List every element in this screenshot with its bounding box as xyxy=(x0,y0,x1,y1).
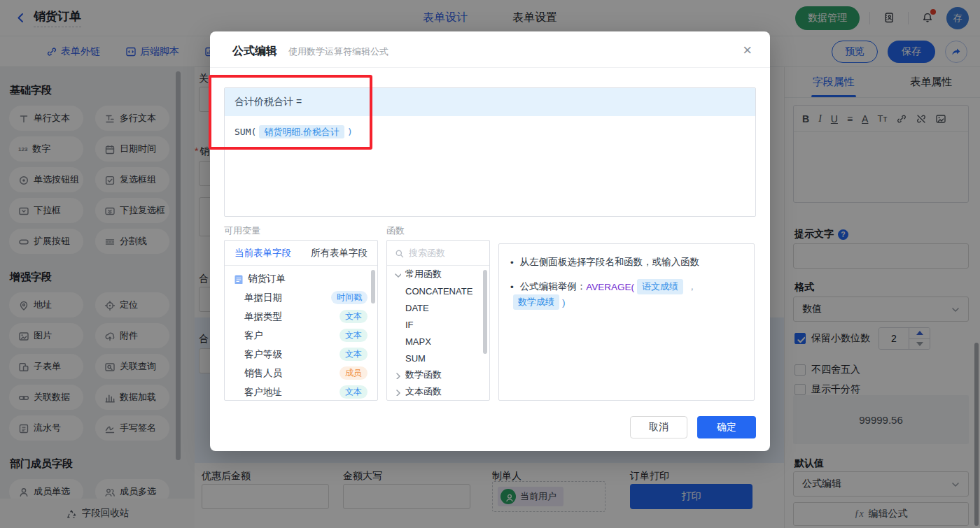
variable-row[interactable]: 客户文本 xyxy=(225,326,377,345)
chevron-right-icon xyxy=(393,371,401,379)
variable-name: 客户等级 xyxy=(244,348,282,361)
tab-all-form-fields[interactable]: 所有表单字段 xyxy=(301,241,377,265)
function-date[interactable]: DATE xyxy=(387,299,489,316)
functions-panel: 常用函数 CONCATENATE DATE IF MAPX SUM 数学函数 文… xyxy=(386,240,490,401)
variable-name: 单据日期 xyxy=(244,292,282,304)
tip-line-2: 公式编辑举例：AVERAGE(语文成绩，数学成绩) xyxy=(510,279,743,310)
example-close-paren: ) xyxy=(562,297,566,308)
tips-panel: 从左侧面板选择字段名和函数，或输入函数 公式编辑举例：AVERAGE(语文成绩，… xyxy=(498,243,755,401)
tree-root-label: 销货订单 xyxy=(248,273,286,285)
modal-title: 公式编辑 xyxy=(232,44,277,59)
formula-target: 合计价税合计 = xyxy=(225,88,755,116)
variable-row[interactable]: 客户地址文本 xyxy=(225,383,377,401)
close-icon[interactable] xyxy=(743,43,752,58)
chevron-down-icon xyxy=(393,270,401,278)
tip-line-1: 从左侧面板选择字段名和函数，或输入函数 xyxy=(510,256,743,269)
function-sum[interactable]: SUM xyxy=(387,350,489,366)
variables-label: 可用变量 xyxy=(224,224,260,237)
variables-tabs: 当前表单字段 所有表单字段 xyxy=(225,241,377,266)
function-search xyxy=(387,241,489,266)
functions-label: 函数 xyxy=(386,224,405,237)
function-search-input[interactable] xyxy=(409,248,476,258)
variables-panel: 当前表单字段 所有表单字段 销货订单 单据日期时间戳 单据类型文本 客户文本 客… xyxy=(224,240,378,401)
variable-name: 客户地址 xyxy=(244,386,282,399)
variable-row[interactable]: 单据类型文本 xyxy=(225,307,377,326)
cancel-button[interactable]: 取消 xyxy=(630,416,687,438)
variable-name: 销售人员 xyxy=(244,367,282,380)
formula-edit-modal: 公式编辑 使用数学运算符编辑公式 合计价税合计 = SUM(销货明细.价税合计)… xyxy=(210,31,770,451)
variable-name: 单据类型 xyxy=(244,311,282,323)
type-badge: 文本 xyxy=(340,385,368,398)
group-math-functions[interactable]: 数学函数 xyxy=(387,366,489,383)
modal-header: 公式编辑 使用数学运算符编辑公式 xyxy=(210,31,770,68)
tip-example-label: 公式编辑举例： xyxy=(520,280,587,293)
tree-root-form[interactable]: 销货订单 xyxy=(225,269,377,288)
group-label: 文本函数 xyxy=(405,385,442,398)
type-badge: 成员 xyxy=(340,366,368,379)
formula-editor[interactable]: 合计价税合计 = SUM(销货明细.价税合计) xyxy=(224,87,756,217)
variable-name: 客户 xyxy=(244,329,263,342)
group-common-functions[interactable]: 常用函数 xyxy=(387,266,489,283)
formula-field-token[interactable]: 销货明细.价税合计 xyxy=(259,125,344,138)
function-concatenate[interactable]: CONCATENATE xyxy=(387,283,489,299)
group-label: 数学函数 xyxy=(405,369,442,381)
function-if[interactable]: IF xyxy=(387,316,489,333)
type-badge: 文本 xyxy=(340,348,368,360)
function-mapx[interactable]: MAPX xyxy=(387,333,489,350)
form-doc-icon xyxy=(233,274,243,284)
formula-expression[interactable]: SUM(销货明细.价税合计) xyxy=(225,116,755,148)
example-function: AVERAGE( xyxy=(586,282,634,292)
functions-scrollbar[interactable] xyxy=(483,270,487,354)
type-badge: 时间戳 xyxy=(331,291,368,304)
formula-function: SUM( xyxy=(234,127,256,137)
chevron-right-icon xyxy=(393,387,401,396)
type-badge: 文本 xyxy=(340,329,368,341)
tip-text: 从左侧面板选择字段名和函数，或输入函数 xyxy=(520,256,700,269)
type-badge: 文本 xyxy=(340,310,368,322)
modal-footer: 取消 确定 xyxy=(630,416,756,438)
example-comma: ， xyxy=(687,280,697,293)
variable-row[interactable]: 客户等级文本 xyxy=(225,345,377,364)
example-token-1: 语文成绩 xyxy=(637,279,683,294)
formula-close-paren: ) xyxy=(347,127,353,137)
tab-current-form-fields[interactable]: 当前表单字段 xyxy=(225,241,301,265)
example-token-2: 数学成绩 xyxy=(513,294,559,310)
group-text-functions[interactable]: 文本函数 xyxy=(387,383,489,400)
variables-scrollbar[interactable] xyxy=(371,270,375,304)
variables-tree: 销货订单 单据日期时间戳 单据类型文本 客户文本 客户等级文本 销售人员成员 客… xyxy=(225,266,377,401)
modal-subtitle: 使用数学运算符编辑公式 xyxy=(288,45,388,58)
variable-row[interactable]: 单据日期时间戳 xyxy=(225,288,377,307)
group-label: 常用函数 xyxy=(405,268,442,280)
variable-row[interactable]: 销售人员成员 xyxy=(225,364,377,383)
search-icon xyxy=(394,248,404,258)
confirm-button[interactable]: 确定 xyxy=(697,416,756,438)
app-root: 销货订单 表单设计 表单设置 数据管理 存 表单外链 xyxy=(0,0,980,528)
